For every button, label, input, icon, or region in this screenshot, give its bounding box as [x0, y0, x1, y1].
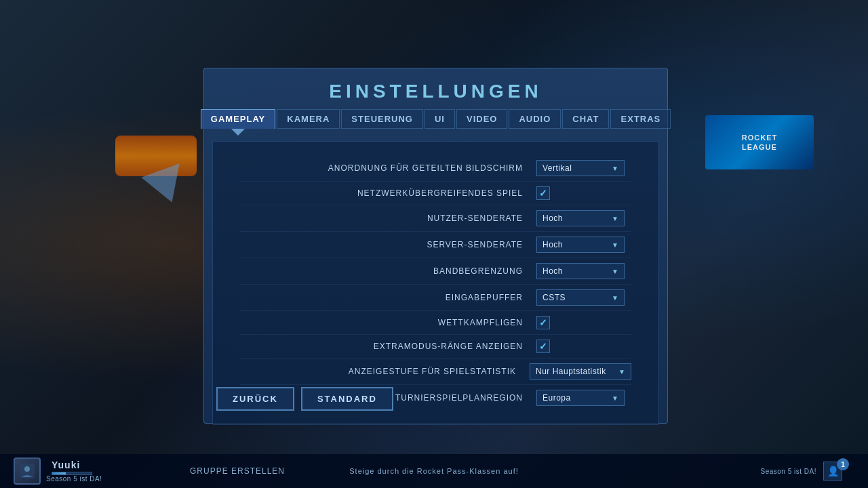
settings-content: ANORDNUNG FÜR GETEILTEN BILDSCHIRM Verti… — [212, 141, 659, 425]
player-name: Yuuki — [52, 460, 102, 470]
dropdown-bandwidth[interactable]: Hoch ▼ — [536, 263, 625, 279]
label-cross-network: NETZWERKÜBERGREIFENDES SPIEL — [240, 188, 536, 198]
tab-gameplay[interactable]: GAMEPLAY — [201, 109, 275, 129]
label-server-send-rate: SERVER-SENDERATE — [240, 240, 536, 249]
chevron-down-icon: ▼ — [612, 268, 618, 275]
back-button[interactable]: ZURÜCK — [216, 387, 294, 411]
control-cross-network — [536, 186, 631, 200]
checkbox-competitive[interactable] — [536, 316, 550, 329]
setting-row-input-buffer: EINGABEPUFFER CSTS ▼ — [240, 285, 631, 311]
chevron-down-icon: ▼ — [618, 368, 625, 375]
tab-kamera[interactable]: KAMERA — [277, 109, 340, 129]
tab-bar: GAMEPLAY KAMERA STEUERUNG UI VIDEO AUDIO… — [204, 109, 667, 129]
tab-chat[interactable]: CHAT — [562, 109, 609, 129]
setting-row-competitive: WETTKAMPFLIGEN — [240, 311, 631, 335]
control-stat-display: Nur Hauptstatistik ▼ — [530, 363, 631, 380]
control-bandwidth: Hoch ▼ — [536, 263, 631, 279]
bottom-center-hint: Steige durch die Rocket Pass-Klassen auf… — [349, 467, 519, 475]
checkbox-extra-ranks[interactable] — [536, 340, 550, 353]
chevron-down-icon: ▼ — [612, 394, 618, 402]
dialog-title: EINSTELLUNGEN — [204, 68, 667, 109]
label-competitive: WETTKAMPFLIGEN — [240, 318, 536, 327]
right-season-text: Season 5 ist DA! — [761, 468, 816, 475]
label-split-screen: ANORDNUNG FÜR GETEILTEN BILDSCHIRM — [240, 163, 536, 173]
bg-orange-pipe — [115, 136, 197, 176]
chevron-down-icon: ▼ — [612, 165, 618, 172]
checkbox-cross-network[interactable] — [536, 186, 550, 200]
setting-row-stat-display: ANZEIGESTUFE FÜR SPIELSTATISTIK Nur Haup… — [240, 359, 631, 385]
dropdown-input-buffer[interactable]: CSTS ▼ — [536, 289, 625, 306]
tab-audio[interactable]: AUDIO — [509, 109, 561, 129]
setting-row-bandwidth: BANDBEGRENZUNG Hoch ▼ — [240, 258, 631, 285]
setting-row-server-send-rate: SERVER-SENDERATE Hoch ▼ — [240, 232, 631, 258]
label-client-send-rate: NUTZER-SENDERATE — [240, 214, 536, 223]
tab-extras[interactable]: EXTRAS — [610, 109, 671, 129]
setting-row-cross-network: NETZWERKÜBERGREIFENDES SPIEL — [240, 182, 631, 205]
tab-steuerung[interactable]: STEUERUNG — [341, 109, 423, 129]
dropdown-tournament-region[interactable]: Europa ▼ — [536, 390, 625, 406]
xp-bar-fill — [52, 472, 66, 474]
control-tournament-region: Europa ▼ — [536, 390, 631, 406]
bottom-bar: Yuuki Season 5 ist DA! GRUPPE ERSTELLEN … — [0, 454, 868, 488]
setting-row-client-send-rate: NUTZER-SENDERATE Hoch ▼ — [240, 205, 631, 232]
setting-row-extra-ranks: EXTRAMODUS-RÄNGE ANZEIGEN — [240, 335, 631, 359]
label-input-buffer: EINGABEPUFFER — [240, 293, 536, 302]
dropdown-split-screen[interactable]: Vertikal ▼ — [536, 160, 625, 176]
dropdown-client-send-rate[interactable]: Hoch ▼ — [536, 210, 625, 226]
tab-ui[interactable]: UI — [425, 109, 455, 129]
avatar — [14, 458, 41, 485]
svg-point-1 — [24, 466, 30, 472]
setting-row-split-screen: ANORDNUNG FÜR GETEILTEN BILDSCHIRM Verti… — [240, 155, 631, 182]
dropdown-server-send-rate[interactable]: Hoch ▼ — [536, 237, 625, 253]
label-bandwidth: BANDBEGRENZUNG — [240, 266, 536, 276]
settings-dialog: EINSTELLUNGEN GAMEPLAY KAMERA STEUERUNG … — [203, 68, 668, 424]
label-extra-ranks: EXTRAMODUS-RÄNGE ANZEIGEN — [240, 342, 536, 351]
default-button[interactable]: STANDARD — [301, 387, 393, 411]
dropdown-stat-display[interactable]: Nur Hauptstatistik ▼ — [530, 363, 631, 380]
dialog-footer: ZURÜCK STANDARD — [216, 387, 393, 411]
control-input-buffer: CSTS ▼ — [536, 289, 631, 306]
season-badge: Season 5 ist DA! — [46, 475, 102, 483]
rocket-league-logo: ROCKET LEAGUE — [705, 115, 814, 169]
player-info: Yuuki Season 5 ist DA! — [46, 460, 102, 483]
gruppe-erstellen-button[interactable]: GRUPPE ERSTELLEN — [190, 466, 285, 476]
control-split-screen: Vertikal ▼ — [536, 160, 631, 176]
notification-badge: 1 — [837, 458, 849, 470]
tab-video[interactable]: VIDEO — [456, 109, 507, 129]
chevron-down-icon: ▼ — [612, 215, 618, 222]
control-server-send-rate: Hoch ▼ — [536, 237, 631, 253]
chevron-down-icon: ▼ — [612, 241, 618, 249]
label-stat-display: ANZEIGESTUFE FÜR SPIELSTATISTIK — [240, 367, 530, 376]
bottom-right-area: Season 5 ist DA! 👤 1 — [761, 462, 854, 481]
control-extra-ranks — [536, 340, 631, 353]
control-client-send-rate: Hoch ▼ — [536, 210, 631, 226]
control-competitive — [536, 316, 631, 329]
chevron-down-icon: ▼ — [612, 294, 618, 302]
